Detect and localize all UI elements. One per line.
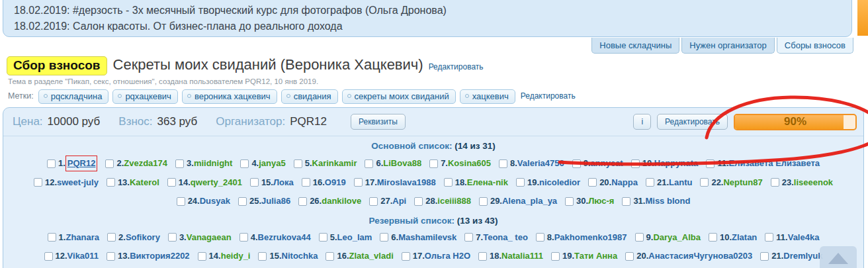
member-link[interactable]: Katerol — [130, 175, 159, 190]
tag-pill[interactable]: pqскладчина — [38, 89, 109, 104]
member-checkbox[interactable] — [354, 178, 363, 187]
member-checkbox[interactable] — [646, 178, 654, 187]
tag-pill[interactable]: свидания — [281, 89, 338, 104]
member-link[interactable]: Kosina605 — [448, 156, 491, 171]
edit-tags-link[interactable]: Редактировать — [521, 91, 576, 101]
member-checkbox[interactable] — [34, 178, 42, 187]
member-checkbox[interactable] — [238, 197, 247, 206]
member-checkbox[interactable] — [706, 159, 715, 168]
member-link[interactable]: Zlatan — [732, 230, 757, 245]
member-checkbox[interactable] — [105, 159, 114, 168]
member-link[interactable]: dankilove — [322, 194, 361, 208]
member-checkbox[interactable] — [175, 159, 184, 168]
member-checkbox[interactable] — [294, 159, 302, 168]
member-checkbox[interactable] — [622, 197, 630, 206]
member-link[interactable]: Nappa — [611, 175, 638, 190]
announcement-line[interactable]: 18.02.2019: Салон красоты. От бизнес-пла… — [14, 19, 841, 34]
member-link[interactable]: АнастасияЧугунова0203 — [648, 249, 752, 263]
member-link[interactable]: annycat — [591, 156, 623, 171]
member-checkbox[interactable] — [771, 178, 779, 187]
member-checkbox[interactable] — [167, 178, 176, 187]
member-link[interactable]: Елизавета Елизавета — [729, 156, 820, 171]
member-checkbox[interactable] — [479, 197, 488, 206]
member-checkbox[interactable] — [760, 252, 769, 261]
member-checkbox[interactable] — [464, 233, 473, 242]
member-checkbox[interactable] — [635, 233, 644, 242]
member-link[interactable]: Miroslava1988 — [377, 175, 436, 190]
member-link[interactable]: heidy_i — [221, 249, 251, 263]
member-checkbox[interactable] — [319, 233, 327, 242]
member-checkbox[interactable] — [625, 252, 634, 261]
member-link[interactable]: qwerty_2401 — [191, 175, 242, 190]
member-checkbox[interactable] — [48, 233, 56, 242]
member-link[interactable]: Zhanara — [65, 230, 99, 245]
member-checkbox[interactable] — [380, 233, 388, 242]
member-checkbox[interactable] — [107, 252, 115, 261]
member-link[interactable]: PQR12 — [65, 156, 98, 171]
member-link[interactable]: Dremlyuk — [783, 249, 822, 263]
member-checkbox[interactable] — [402, 252, 410, 261]
tag-pill[interactable]: вероника хацкевич — [182, 89, 277, 104]
member-link[interactable]: Sofikory — [126, 230, 160, 245]
member-link[interactable]: Zvezda174 — [124, 156, 167, 171]
tag-pill[interactable]: pqхацкевич — [112, 89, 178, 104]
member-link[interactable]: Zlata_vladi — [349, 249, 394, 263]
member-checkbox[interactable] — [709, 233, 717, 242]
member-checkbox[interactable] — [429, 159, 438, 168]
member-link[interactable]: LiBova88 — [383, 156, 421, 171]
member-link[interactable]: Karinkamir — [312, 156, 357, 171]
member-link[interactable]: Vika011 — [67, 249, 99, 263]
member-checkbox[interactable] — [369, 197, 378, 206]
member-link[interactable]: sweet-july — [57, 175, 99, 190]
member-checkbox[interactable] — [444, 178, 453, 187]
member-link[interactable]: liseeenok — [794, 175, 833, 190]
member-link[interactable]: Люс-я — [588, 194, 614, 208]
member-link[interactable]: nicoledior — [539, 175, 580, 190]
tag-pill[interactable]: секреты моих свиданий — [342, 89, 456, 104]
member-checkbox[interactable] — [588, 178, 597, 187]
member-link[interactable]: Leo_lam — [337, 230, 372, 245]
member-link[interactable]: janya5 — [259, 156, 285, 171]
member-checkbox[interactable] — [572, 159, 581, 168]
member-checkbox[interactable] — [700, 178, 709, 187]
member-checkbox[interactable] — [47, 159, 56, 168]
member-checkbox[interactable] — [44, 252, 53, 261]
member-link[interactable]: Neptun87 — [723, 175, 762, 190]
member-link[interactable]: Happynata — [654, 156, 698, 171]
member-checkbox[interactable] — [302, 178, 310, 187]
member-link[interactable]: Darya_Alba — [653, 230, 701, 245]
edit-fees-button[interactable]: Редактировать — [657, 114, 728, 130]
member-link[interactable]: Лока — [273, 175, 294, 190]
member-link[interactable]: Api — [392, 194, 406, 208]
info-button[interactable]: i — [633, 114, 651, 130]
member-link[interactable]: Mashamilevsk — [398, 230, 456, 245]
member-link[interactable]: Pakhomenko1987 — [554, 230, 627, 245]
member-checkbox[interactable] — [250, 178, 259, 187]
organizer-value[interactable]: PQR12 — [290, 115, 327, 128]
member-checkbox[interactable] — [551, 252, 560, 261]
member-link[interactable]: Julia86 — [261, 194, 290, 208]
member-checkbox[interactable] — [240, 159, 249, 168]
member-link[interactable]: Dusyak — [200, 194, 230, 208]
member-checkbox[interactable] — [177, 197, 185, 206]
member-checkbox[interactable] — [107, 233, 116, 242]
member-link[interactable]: Bezrukova44 — [258, 230, 311, 245]
member-link[interactable]: Lantu — [669, 175, 692, 190]
member-checkbox[interactable] — [414, 197, 423, 206]
member-link[interactable]: Тати Анна — [574, 249, 617, 263]
member-link[interactable]: Vanagaean — [187, 230, 232, 245]
member-link[interactable]: Valeria4756 — [517, 156, 564, 171]
member-checkbox[interactable] — [499, 159, 507, 168]
member-link[interactable]: Vale4ka — [788, 230, 820, 245]
member-checkbox[interactable] — [198, 252, 206, 261]
member-link[interactable]: Ольга H2O — [425, 249, 470, 263]
member-checkbox[interactable] — [298, 197, 307, 206]
member-link[interactable]: Alena_pla_ya — [502, 194, 557, 208]
member-link[interactable]: Teona_ teo — [483, 230, 528, 245]
member-checkbox[interactable] — [536, 233, 544, 242]
scroll-top-button[interactable] — [820, 246, 857, 268]
member-checkbox[interactable] — [107, 178, 115, 187]
member-checkbox[interactable] — [168, 233, 177, 242]
member-link[interactable]: Nitochka — [282, 249, 318, 263]
tag-pill[interactable]: хацкевич — [460, 89, 515, 104]
